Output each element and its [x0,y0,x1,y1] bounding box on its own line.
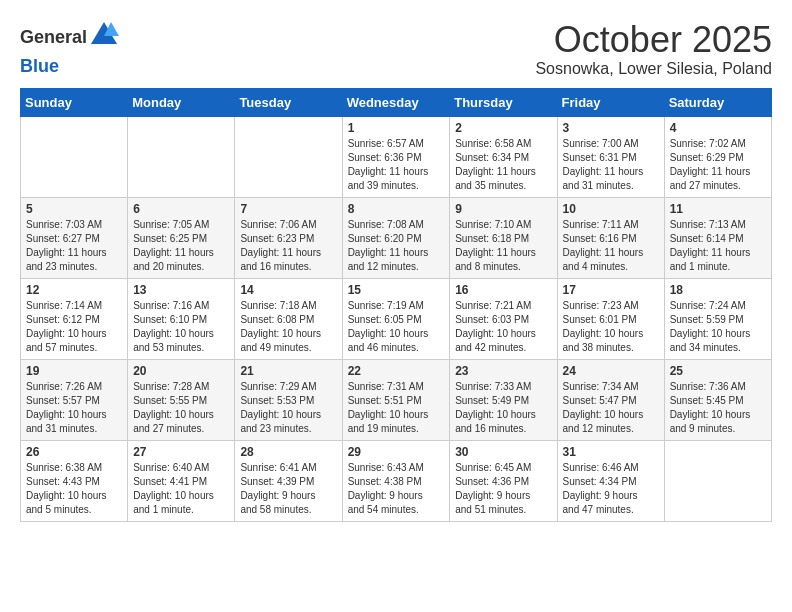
calendar-cell: 9Sunrise: 7:10 AM Sunset: 6:18 PM Daylig… [450,197,557,278]
day-info: Sunrise: 7:31 AM Sunset: 5:51 PM Dayligh… [348,380,445,436]
calendar-cell: 21Sunrise: 7:29 AM Sunset: 5:53 PM Dayli… [235,359,342,440]
month-title: October 2025 [535,20,772,60]
calendar-table: SundayMondayTuesdayWednesdayThursdayFrid… [20,88,772,522]
day-number: 17 [563,283,659,297]
day-number: 13 [133,283,229,297]
calendar-cell: 15Sunrise: 7:19 AM Sunset: 6:05 PM Dayli… [342,278,450,359]
day-info: Sunrise: 7:14 AM Sunset: 6:12 PM Dayligh… [26,299,122,355]
calendar-cell: 1Sunrise: 6:57 AM Sunset: 6:36 PM Daylig… [342,116,450,197]
day-number: 29 [348,445,445,459]
calendar-cell: 8Sunrise: 7:08 AM Sunset: 6:20 PM Daylig… [342,197,450,278]
day-info: Sunrise: 7:00 AM Sunset: 6:31 PM Dayligh… [563,137,659,193]
day-number: 6 [133,202,229,216]
calendar-cell [21,116,128,197]
day-number: 24 [563,364,659,378]
day-info: Sunrise: 6:43 AM Sunset: 4:38 PM Dayligh… [348,461,445,517]
logo-icon [89,20,119,50]
day-number: 18 [670,283,766,297]
calendar-cell: 25Sunrise: 7:36 AM Sunset: 5:45 PM Dayli… [664,359,771,440]
logo: General Blue [20,20,119,77]
day-info: Sunrise: 7:24 AM Sunset: 5:59 PM Dayligh… [670,299,766,355]
day-info: Sunrise: 7:23 AM Sunset: 6:01 PM Dayligh… [563,299,659,355]
calendar-cell: 14Sunrise: 7:18 AM Sunset: 6:08 PM Dayli… [235,278,342,359]
calendar-cell: 16Sunrise: 7:21 AM Sunset: 6:03 PM Dayli… [450,278,557,359]
day-info: Sunrise: 7:18 AM Sunset: 6:08 PM Dayligh… [240,299,336,355]
calendar-cell: 3Sunrise: 7:00 AM Sunset: 6:31 PM Daylig… [557,116,664,197]
day-info: Sunrise: 7:34 AM Sunset: 5:47 PM Dayligh… [563,380,659,436]
day-header-tuesday: Tuesday [235,88,342,116]
day-header-thursday: Thursday [450,88,557,116]
calendar-cell: 28Sunrise: 6:41 AM Sunset: 4:39 PM Dayli… [235,440,342,521]
day-info: Sunrise: 7:16 AM Sunset: 6:10 PM Dayligh… [133,299,229,355]
calendar-cell: 22Sunrise: 7:31 AM Sunset: 5:51 PM Dayli… [342,359,450,440]
calendar-week-row: 26Sunrise: 6:38 AM Sunset: 4:43 PM Dayli… [21,440,772,521]
day-info: Sunrise: 7:21 AM Sunset: 6:03 PM Dayligh… [455,299,551,355]
day-info: Sunrise: 7:26 AM Sunset: 5:57 PM Dayligh… [26,380,122,436]
calendar-cell: 5Sunrise: 7:03 AM Sunset: 6:27 PM Daylig… [21,197,128,278]
calendar-cell: 2Sunrise: 6:58 AM Sunset: 6:34 PM Daylig… [450,116,557,197]
day-number: 25 [670,364,766,378]
day-number: 10 [563,202,659,216]
day-info: Sunrise: 7:36 AM Sunset: 5:45 PM Dayligh… [670,380,766,436]
day-number: 23 [455,364,551,378]
day-number: 16 [455,283,551,297]
day-number: 12 [26,283,122,297]
location: Sosnowka, Lower Silesia, Poland [535,60,772,78]
day-info: Sunrise: 7:08 AM Sunset: 6:20 PM Dayligh… [348,218,445,274]
day-header-friday: Friday [557,88,664,116]
day-number: 19 [26,364,122,378]
calendar-week-row: 1Sunrise: 6:57 AM Sunset: 6:36 PM Daylig… [21,116,772,197]
calendar-cell: 20Sunrise: 7:28 AM Sunset: 5:55 PM Dayli… [128,359,235,440]
day-info: Sunrise: 7:02 AM Sunset: 6:29 PM Dayligh… [670,137,766,193]
calendar-cell: 31Sunrise: 6:46 AM Sunset: 4:34 PM Dayli… [557,440,664,521]
day-number: 22 [348,364,445,378]
logo-general: General [20,27,87,47]
calendar-cell: 17Sunrise: 7:23 AM Sunset: 6:01 PM Dayli… [557,278,664,359]
day-number: 14 [240,283,336,297]
calendar-cell [235,116,342,197]
day-header-sunday: Sunday [21,88,128,116]
day-info: Sunrise: 6:38 AM Sunset: 4:43 PM Dayligh… [26,461,122,517]
day-number: 15 [348,283,445,297]
calendar-cell: 13Sunrise: 7:16 AM Sunset: 6:10 PM Dayli… [128,278,235,359]
day-info: Sunrise: 6:46 AM Sunset: 4:34 PM Dayligh… [563,461,659,517]
day-number: 5 [26,202,122,216]
calendar-cell: 6Sunrise: 7:05 AM Sunset: 6:25 PM Daylig… [128,197,235,278]
day-info: Sunrise: 7:06 AM Sunset: 6:23 PM Dayligh… [240,218,336,274]
day-number: 8 [348,202,445,216]
day-info: Sunrise: 7:29 AM Sunset: 5:53 PM Dayligh… [240,380,336,436]
day-number: 26 [26,445,122,459]
calendar-cell: 23Sunrise: 7:33 AM Sunset: 5:49 PM Dayli… [450,359,557,440]
day-info: Sunrise: 6:45 AM Sunset: 4:36 PM Dayligh… [455,461,551,517]
day-info: Sunrise: 7:10 AM Sunset: 6:18 PM Dayligh… [455,218,551,274]
calendar-cell: 19Sunrise: 7:26 AM Sunset: 5:57 PM Dayli… [21,359,128,440]
day-number: 2 [455,121,551,135]
day-number: 4 [670,121,766,135]
calendar-week-row: 19Sunrise: 7:26 AM Sunset: 5:57 PM Dayli… [21,359,772,440]
calendar-cell: 10Sunrise: 7:11 AM Sunset: 6:16 PM Dayli… [557,197,664,278]
calendar-week-row: 5Sunrise: 7:03 AM Sunset: 6:27 PM Daylig… [21,197,772,278]
logo-blue: Blue [20,56,59,76]
day-number: 30 [455,445,551,459]
day-header-wednesday: Wednesday [342,88,450,116]
calendar-cell: 7Sunrise: 7:06 AM Sunset: 6:23 PM Daylig… [235,197,342,278]
day-number: 27 [133,445,229,459]
day-info: Sunrise: 6:41 AM Sunset: 4:39 PM Dayligh… [240,461,336,517]
day-info: Sunrise: 6:58 AM Sunset: 6:34 PM Dayligh… [455,137,551,193]
calendar-cell: 26Sunrise: 6:38 AM Sunset: 4:43 PM Dayli… [21,440,128,521]
day-number: 7 [240,202,336,216]
day-header-monday: Monday [128,88,235,116]
day-info: Sunrise: 7:19 AM Sunset: 6:05 PM Dayligh… [348,299,445,355]
day-number: 11 [670,202,766,216]
calendar-cell [664,440,771,521]
day-number: 3 [563,121,659,135]
day-number: 1 [348,121,445,135]
day-info: Sunrise: 7:11 AM Sunset: 6:16 PM Dayligh… [563,218,659,274]
calendar-cell: 11Sunrise: 7:13 AM Sunset: 6:14 PM Dayli… [664,197,771,278]
page-header: General Blue October 2025 Sosnowka, Lowe… [20,20,772,78]
day-number: 21 [240,364,336,378]
day-info: Sunrise: 6:40 AM Sunset: 4:41 PM Dayligh… [133,461,229,517]
day-info: Sunrise: 7:33 AM Sunset: 5:49 PM Dayligh… [455,380,551,436]
day-number: 20 [133,364,229,378]
title-area: October 2025 Sosnowka, Lower Silesia, Po… [535,20,772,78]
